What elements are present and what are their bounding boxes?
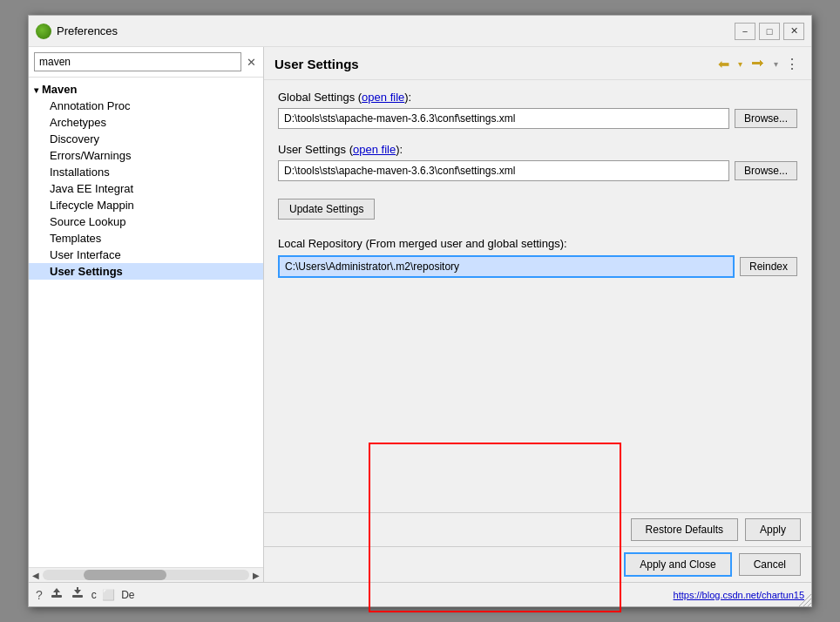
help-icon[interactable]: ? [36,588,43,602]
global-open-file-link[interactable]: open file [362,91,404,104]
right-toolbar: ⬅ ▾ ⮕ ▾ ⋮ [715,54,801,74]
back-dropdown[interactable]: ▾ [735,57,746,71]
search-input[interactable] [34,52,241,71]
user-settings-label: User Settings (open file): [278,143,797,156]
user-settings-row: Browse... [278,160,797,181]
statusbar: ? c ⬜ De https://blog.csdn.net/chartun15 [29,582,811,606]
tree-item-maven[interactable]: ▾Maven [29,81,263,98]
user-settings-section: User Settings (open file): Browse... [278,143,797,181]
right-header: User Settings ⬅ ▾ ⮕ ▾ ⋮ [264,47,811,80]
tree-item-discovery[interactable]: Discovery [29,131,263,147]
svg-rect-0 [51,595,62,598]
user-open-file-link[interactable]: open file [353,143,396,156]
tree-item-sourcelookup[interactable]: Source Lookup [29,213,263,230]
global-settings-row: Browse... [278,108,797,129]
collapse-icon: ▾ [34,85,38,95]
titlebar: Preferences − □ ✕ [29,16,811,47]
tree-area: ▾Maven Annotation Proc Archetypes Discov… [29,78,263,567]
svg-rect-2 [72,595,83,598]
local-repo-row: Reindex [278,255,797,278]
scrollbar-thumb [84,570,166,580]
left-panel: ✕ ▾Maven Annotation Proc Archetypes Disc… [29,47,264,582]
statusbar-tab-icon: ⬜ [102,589,115,601]
export-icon[interactable] [71,586,85,603]
bottom-row2: Apply and Close Cancel [264,547,811,582]
statusbar-link[interactable]: https://blog.csdn.net/chartun15 [674,590,804,600]
tree-item-archetypes[interactable]: Archetypes [29,114,263,131]
right-body: Global Settings (open file): Browse... U… [264,80,811,512]
import-icon[interactable] [50,586,64,603]
app-icon [36,24,51,39]
cancel-button[interactable]: Cancel [739,553,801,576]
window-title: Preferences [57,24,735,37]
tree-item-usersettings[interactable]: User Settings [29,263,263,280]
scroll-left-icon[interactable]: ◀ [32,571,39,580]
tree-item-annotation[interactable]: Annotation Proc [29,98,263,114]
local-repo-label: Local Repository (From merged user and g… [278,237,797,250]
forward-dropdown[interactable]: ▾ [770,57,782,71]
tree-item-errors[interactable]: Errors/Warnings [29,147,263,164]
window-controls: − □ ✕ [735,23,804,40]
global-settings-label: Global Settings (open file): [278,91,797,104]
maximize-button[interactable]: □ [759,23,780,40]
bottom-area: Restore Defaults Apply Apply and Close C… [264,512,811,582]
bottom-row1: Restore Defaults Apply [264,513,811,547]
restore-defaults-button[interactable]: Restore Defaults [631,518,738,541]
section-title: User Settings [274,57,359,71]
update-settings-button[interactable]: Update Settings [278,199,375,220]
tree-item-userinterface[interactable]: User Interface [29,247,263,263]
global-browse-button[interactable]: Browse... [735,109,797,128]
update-settings-wrapper: Update Settings [278,195,797,220]
forward-button[interactable]: ⮕ [748,55,769,74]
main-content: ✕ ▾Maven Annotation Proc Archetypes Disc… [29,47,811,582]
apply-button[interactable]: Apply [745,518,801,541]
svg-line-5 [803,598,811,606]
apply-and-close-button[interactable]: Apply and Close [624,552,731,577]
tree-item-lifecycle[interactable]: Lifecycle Mappin [29,197,263,213]
resize-handle[interactable] [799,594,811,606]
scroll-right-icon[interactable]: ▶ [253,571,260,580]
svg-line-6 [808,603,811,606]
user-settings-input[interactable] [278,160,729,181]
preferences-window: Preferences − □ ✕ ✕ ▾Maven Annotation Pr… [28,15,812,607]
right-panel: User Settings ⬅ ▾ ⮕ ▾ ⋮ Global Settings … [264,47,811,582]
tree-item-templates[interactable]: Templates [29,230,263,247]
user-browse-button[interactable]: Browse... [735,161,797,180]
local-repo-input[interactable] [278,255,735,278]
search-clear-button[interactable]: ✕ [245,56,258,69]
search-bar: ✕ [29,47,263,78]
close-button[interactable]: ✕ [783,23,804,40]
global-settings-input[interactable] [278,108,729,129]
local-repo-section: Local Repository (From merged user and g… [278,237,797,278]
tree-item-javaee[interactable]: Java EE Integrat [29,180,263,197]
back-button[interactable]: ⬅ [715,54,733,74]
global-settings-section: Global Settings (open file): Browse... [278,91,797,129]
statusbar-label: c ⬜ De [91,589,135,601]
svg-marker-1 [53,588,60,595]
reindex-button[interactable]: Reindex [740,257,797,276]
minimize-button[interactable]: − [735,23,755,40]
horizontal-scrollbar[interactable] [43,570,249,580]
left-scrollbar: ◀ ▶ [29,567,263,582]
menu-dots-icon[interactable]: ⋮ [783,56,801,72]
svg-marker-3 [74,587,81,594]
tree-item-installations[interactable]: Installations [29,164,263,180]
